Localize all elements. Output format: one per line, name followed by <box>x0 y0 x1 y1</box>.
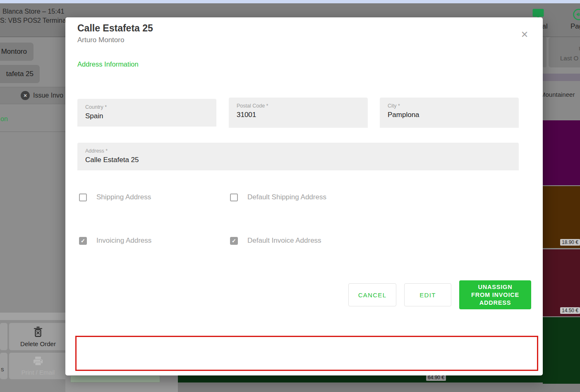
address-label: Address * <box>85 148 519 154</box>
cancel-button[interactable]: CANCEL <box>348 283 396 306</box>
postal-code-label: Postal Code * <box>237 103 368 109</box>
panel-divider <box>0 131 65 132</box>
checkbox-unchecked-icon <box>230 194 238 201</box>
print-email-label: Print / Email <box>22 369 55 376</box>
checkbox-label: Invoicing Address <box>96 237 151 245</box>
checkbox-unchecked-icon <box>79 194 87 201</box>
clipped-tile[interactable] <box>543 37 546 67</box>
issue-invoice-button[interactable]: ✕ Issue Invo <box>0 87 65 104</box>
checkbox-label: Shipping Address <box>96 193 151 201</box>
checkbox-label: Default Shipping Address <box>247 193 326 201</box>
postal-code-field[interactable]: Postal Code * 31001 <box>229 98 368 128</box>
checkbox-label: Default Invoice Address <box>247 237 321 245</box>
invoicing-address-checkbox[interactable]: ✓ Invoicing Address <box>79 237 151 245</box>
default-shipping-address-checkbox[interactable]: Default Shipping Address <box>230 193 326 201</box>
product-tile-maroon[interactable]: 14.50 € <box>543 249 580 316</box>
issue-invoice-label: Issue Invo <box>33 92 63 99</box>
panel-bottom-bar <box>543 384 580 392</box>
dialog-subtitle: Arturo Montoro <box>77 36 124 44</box>
address-dialog: Calle Estafeta 25 Arturo Montoro ✕ Addre… <box>65 17 543 375</box>
order-left-panel: Montoro tafeta 25 ✕ Issue Invo on Delete… <box>0 37 65 392</box>
city-field[interactable]: City * Pamplona <box>380 98 519 128</box>
country-field[interactable]: Country * Spain <box>77 99 216 127</box>
browser-chrome-strip <box>0 0 580 3</box>
address-chip[interactable]: tafeta 25 <box>0 65 40 83</box>
postal-code-value: 31001 <box>237 111 368 119</box>
dialog-title: Calle Estafeta 25 <box>77 23 153 34</box>
address-value: Calle Estafeta 25 <box>85 156 519 164</box>
city-label: City * <box>388 103 519 109</box>
category-band <box>543 74 580 81</box>
price-badge: 14.50 € <box>560 307 580 314</box>
pos-app-screen: Blanca Store – 15:41 S: VBS POS2 Termina… <box>0 0 580 392</box>
unassign-line: UNASSIGN <box>478 283 513 291</box>
product-grid-panel: ↻ Last O Mountaineer 18.90 € 14.50 € <box>543 37 580 392</box>
product-tile-brown[interactable]: 18.90 € <box>543 186 580 248</box>
bottom-gray-bar <box>178 382 580 392</box>
section-heading: Address Information <box>77 60 139 68</box>
hidden-action-button-top[interactable] <box>70 375 160 382</box>
delete-order-label: Delete Order <box>20 340 56 347</box>
product-tile-mountaineer[interactable]: Mountaineer <box>543 81 580 120</box>
checkbox-checked-icon: ✓ <box>79 237 87 245</box>
product-tile-green[interactable] <box>543 317 580 384</box>
payment-icon[interactable] <box>573 8 580 22</box>
product-tile-purple[interactable] <box>543 120 580 185</box>
customer-chip[interactable]: Montoro <box>0 43 34 61</box>
country-value: Spain <box>85 112 216 120</box>
city-value: Pamplona <box>388 111 519 119</box>
unassign-line: ADDRESS <box>479 299 511 307</box>
default-invoice-address-checkbox[interactable]: ✓ Default Invoice Address <box>230 237 321 245</box>
refresh-icon: ↻ <box>578 45 580 53</box>
clipped-label-fragment: s <box>1 366 4 373</box>
delete-order-button[interactable]: Delete Order <box>9 323 65 350</box>
last-order-label: Last O <box>560 55 578 62</box>
price-badge: 18.90 € <box>560 239 580 246</box>
printer-icon <box>33 356 43 367</box>
payment-caption: Pag <box>570 22 580 31</box>
highlight-annotation-box <box>75 336 538 371</box>
green-text-fragment: on <box>0 115 8 123</box>
unassign-from-invoice-address-button[interactable]: UNASSIGN FROM INVOICE ADDRESS <box>459 280 531 309</box>
store-title: Blanca Store – 15:41 <box>2 8 64 15</box>
edit-button[interactable]: EDIT <box>404 283 451 306</box>
last-order-tile[interactable]: ↻ Last O <box>549 37 580 67</box>
unassign-line: FROM INVOICE <box>471 291 519 299</box>
left-edge-button-1[interactable] <box>0 323 7 350</box>
checkbox-checked-icon: ✓ <box>230 237 238 245</box>
terminal-name: S: VBS POS2 Terminal <box>0 17 67 24</box>
country-label: Country * <box>85 104 216 110</box>
close-icon[interactable]: ✕ <box>518 28 531 41</box>
address-field[interactable]: Address * Calle Estafeta 25 <box>77 143 519 170</box>
cancel-circle-icon: ✕ <box>21 91 30 100</box>
footer-divider-strip <box>0 313 65 320</box>
delete-trash-icon <box>33 326 43 339</box>
product-label: Mountaineer <box>543 91 575 98</box>
shipping-address-checkbox[interactable]: Shipping Address <box>79 193 151 201</box>
print-email-button[interactable]: Print / Email <box>9 353 65 379</box>
